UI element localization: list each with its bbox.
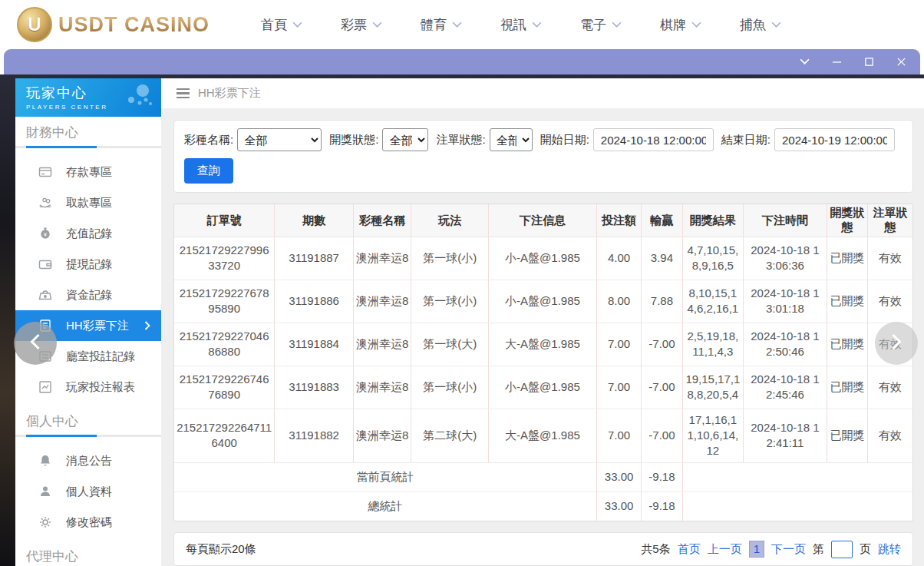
sidebar-item-recharge-records[interactable]: ¥充值記錄 <box>15 218 161 249</box>
window-title-bar[interactable] <box>4 49 920 74</box>
nav-item-sports[interactable]: 體育 <box>401 16 481 34</box>
first-page-link[interactable]: 首页 <box>678 542 701 557</box>
maximize-button[interactable] <box>857 54 880 71</box>
nav-item-video[interactable]: 視訊 <box>481 16 561 34</box>
nav-item-label: 捕魚 <box>740 16 766 34</box>
close-button[interactable] <box>889 54 912 71</box>
person-icon <box>38 485 52 498</box>
hamburger-icon[interactable] <box>177 88 190 99</box>
nav-item-fishing[interactable]: 捕魚 <box>721 16 800 34</box>
start-date-input[interactable] <box>593 128 714 151</box>
chevron-down-icon <box>292 22 302 28</box>
jump-suffix-label: 页 <box>860 542 871 557</box>
column-header-draw-result: 開獎結果 <box>682 204 743 237</box>
panel-collapse-button[interactable] <box>793 54 816 71</box>
cell-order-status: 有效 <box>868 237 912 280</box>
column-header-win-loss: 輸贏 <box>642 204 682 237</box>
cell-bet-info: 小-A盤@1.985 <box>489 280 597 323</box>
end-date-label: 結束日期: <box>721 133 771 147</box>
sidebar-item-label: 個人資料 <box>66 485 112 499</box>
table-row: 215217292267467689031191883澳洲幸运8第一球(小)小-… <box>174 366 912 409</box>
sidebar-item-notices[interactable]: 消息公告 <box>15 445 161 476</box>
nav-item-lottery[interactable]: 彩票 <box>322 16 401 34</box>
next-page-link[interactable]: 下一页 <box>771 542 806 557</box>
cell-bet-time: 2024-10-18 12:50:46 <box>744 323 827 366</box>
summary-row-grand-total: 總統計33.00-9.18 <box>174 492 912 521</box>
chevron-down-icon <box>800 57 810 67</box>
cell-bet-amount: 7.00 <box>596 323 641 366</box>
cell-draw-status: 已開獎 <box>827 366 867 409</box>
cell-order-status: 有效 <box>868 280 912 323</box>
query-button[interactable]: 查詢 <box>184 158 233 184</box>
current-page-indicator[interactable]: 1 <box>749 541 764 558</box>
column-header-order-no: 訂單號 <box>174 204 275 237</box>
window-body: 玩家中心 PLAYERS CENTER 財務中心存款專區取款專區¥充值記錄提現記… <box>0 74 924 566</box>
column-header-bet-amount: 投注額 <box>596 204 641 237</box>
pagination-bar: 每頁顯示20條 共5条 首页 上一页 1 下一页 第 页 跳转 <box>173 532 913 566</box>
sidebar-item-player-bet-report[interactable]: 玩家投注報表 <box>15 372 161 402</box>
end-date-input[interactable] <box>774 128 895 151</box>
cell-lottery-name: 澳洲幸运8 <box>353 409 411 462</box>
draw-status-label: 開獎狀態: <box>329 133 378 147</box>
cell-order-no: 2152172922799633720 <box>174 237 275 280</box>
cell-win-loss: 3.94 <box>642 237 682 280</box>
cell-draw-status: 已開獎 <box>827 409 867 462</box>
jump-page-input[interactable] <box>831 541 853 558</box>
bets-table-panel: 訂單號期數彩種名稱玩法下注信息投注額輸贏開獎結果下注時間開獎狀態注單狀態 215… <box>173 204 913 521</box>
table-row: 215217292264711640031191882澳洲幸运8第二球(大)大-… <box>174 409 912 462</box>
sidebar-header: 玩家中心 PLAYERS CENTER <box>15 78 161 117</box>
nav-item-label: 彩票 <box>341 16 367 34</box>
carousel-left-button[interactable] <box>14 322 57 365</box>
cell-bet-amount: 8.00 <box>596 280 641 323</box>
money-bag-icon: ¥ <box>38 227 52 240</box>
svg-text:¥: ¥ <box>44 232 47 237</box>
sidebar-item-profile[interactable]: 個人資料 <box>15 476 161 507</box>
nav-item-home[interactable]: 首頁 <box>242 16 322 34</box>
cell-bet-info: 小-A盤@1.985 <box>489 366 597 409</box>
summary-empty <box>682 462 912 492</box>
minimize-button[interactable] <box>825 54 848 71</box>
chevron-down-icon <box>771 22 781 28</box>
report-chart-icon <box>38 380 52 394</box>
chevron-down-icon <box>691 22 701 28</box>
summary-row-page-total: 當前頁統計33.00-9.18 <box>174 462 912 492</box>
minimize-icon <box>832 57 842 67</box>
sidebar-item-label: 廳室投註記錄 <box>66 349 135 364</box>
nav-item-label: 體育 <box>421 16 447 34</box>
cell-period: 31191882 <box>275 409 354 462</box>
cell-win-loss: -7.00 <box>642 409 682 462</box>
prev-page-link[interactable]: 上一页 <box>708 542 742 557</box>
nav-item-label: 首頁 <box>261 16 287 34</box>
sidebar-item-label: 資金記錄 <box>66 288 112 303</box>
gear-icon <box>38 515 52 529</box>
column-header-bet-time: 下注時間 <box>744 204 827 237</box>
nav-item-electronic[interactable]: 電子 <box>561 16 641 34</box>
draw-status-select[interactable]: 全部 <box>382 128 428 151</box>
sidebar-item-label: 玩家投注報表 <box>66 380 135 395</box>
order-status-label: 注單狀態: <box>436 133 485 147</box>
sidebar-item-change-password[interactable]: 修改密碼 <box>15 507 161 538</box>
chevron-right-icon <box>890 333 903 354</box>
sidebar-item-deposit-zone[interactable]: 存款專區 <box>15 157 161 187</box>
table-row: 215217292276789589031191886澳洲幸运8第一球(小)小-… <box>174 280 912 323</box>
cell-order-no: 2152172922674676890 <box>174 366 275 409</box>
order-status-select[interactable]: 全部 <box>490 128 533 151</box>
carousel-right-button[interactable] <box>875 322 918 365</box>
cell-order-no: 2152172922647116400 <box>174 409 275 462</box>
sidebar-item-withdrawal-records[interactable]: 提現記錄 <box>15 249 161 280</box>
cell-bet-info: 小-A盤@1.985 <box>489 237 597 280</box>
cell-bet-amount: 7.00 <box>596 409 641 462</box>
sidebar-item-funds-records[interactable]: 資金記錄 <box>15 280 161 310</box>
sidebar-item-label: 存款專區 <box>66 165 112 180</box>
cell-draw-result: 17,1,16,11,10,6,14,12 <box>682 409 743 462</box>
sidebar-item-withdraw-zone[interactable]: 取款專區 <box>15 187 161 218</box>
nav-item-chess[interactable]: 棋牌 <box>641 16 721 34</box>
column-header-period: 期數 <box>275 204 354 237</box>
jump-action-link[interactable]: 跳转 <box>878 542 901 557</box>
lottery-name-select[interactable]: 全部 <box>237 128 322 151</box>
usdt-casino-logo[interactable]: U USDT CASINO <box>17 7 210 42</box>
filter-panel: 彩種名稱: 全部 開獎狀態: 全部 注單狀態: 全部 開始日期: 結束日期: 查… <box>173 120 913 193</box>
column-header-draw-status: 開獎狀態 <box>827 204 867 237</box>
cell-period: 31191884 <box>275 323 354 366</box>
chevron-left-icon <box>29 333 41 354</box>
